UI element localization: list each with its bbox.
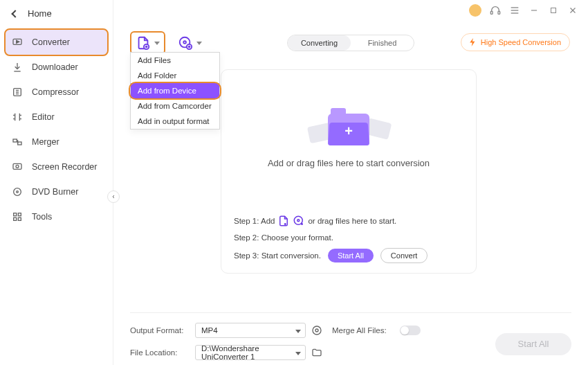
nav-list: Converter Downloader Compressor Editor M…: [0, 26, 113, 229]
sidebar-item-editor[interactable]: Editor: [0, 105, 113, 130]
sidebar-item-label: DVD Burner: [32, 187, 78, 197]
sidebar-item-label: Compressor: [32, 87, 79, 97]
svg-rect-18: [14, 213, 17, 216]
steps: Step 1: Add or drag files here to start.…: [234, 212, 463, 263]
back-chevron-icon: [11, 10, 19, 17]
svg-rect-14: [13, 163, 21, 169]
output-format-label: Output Format:: [130, 326, 190, 335]
step-3: Step 3: Start conversion. Start All Conv…: [234, 248, 463, 263]
downloader-icon: [11, 61, 24, 73]
step1-suffix: or drag files here to start.: [308, 217, 396, 225]
svg-rect-20: [14, 217, 17, 220]
sidebar-item-screen-recorder[interactable]: Screen Recorder: [0, 154, 113, 179]
editor-icon: [11, 111, 24, 123]
step-1: Step 1: Add or drag files here to start.: [234, 215, 463, 227]
dropdown-item-add-folder[interactable]: Add Folder: [131, 68, 219, 83]
dropzone-text: Add or drag files here to start conversi…: [268, 158, 430, 168]
sidebar-item-label: Tools: [32, 212, 52, 222]
file-location-select[interactable]: D:\Wondershare UniConverter 1: [195, 345, 306, 360]
settings-format-icon[interactable]: [311, 325, 322, 336]
converter-icon: [11, 36, 24, 48]
svg-rect-13: [18, 142, 21, 145]
svg-point-24: [183, 41, 186, 44]
footer-left: Output Format: MP4 Merge All Files: File…: [130, 323, 428, 360]
open-folder-icon[interactable]: [311, 347, 322, 358]
sidebar-item-merger[interactable]: Merger: [0, 130, 113, 154]
dropzone[interactable]: + Add or drag files here to start conver…: [221, 69, 477, 274]
topbar: Converting Finished High Speed Conversio…: [113, 0, 588, 57]
home-button[interactable]: Home: [0, 0, 113, 26]
svg-marker-10: [17, 40, 19, 43]
sidebar-item-label: Merger: [32, 137, 59, 147]
sidebar-item-downloader[interactable]: Downloader: [0, 55, 113, 80]
tab-converting[interactable]: Converting: [288, 35, 351, 51]
add-disc-mini-icon[interactable]: [293, 215, 305, 227]
step3-text: Step 3: Start conversion.: [234, 251, 321, 260]
main-area: Converting Finished High Speed Conversio…: [113, 0, 588, 365]
step1-prefix: Step 1: Add: [234, 217, 275, 225]
start-all-small-button[interactable]: Start All: [328, 249, 374, 262]
dropdown-item-add-files[interactable]: Add Files: [131, 53, 219, 68]
folder-icon: +: [328, 114, 369, 145]
dropdown-item-add-from-camcorder[interactable]: Add from Camcorder: [131, 98, 219, 114]
high-speed-label: High Speed Conversion: [481, 38, 561, 46]
svg-point-17: [17, 191, 19, 193]
add-files-dropdown-button[interactable]: [130, 31, 165, 55]
footer: Output Format: MP4 Merge All Files: File…: [130, 312, 571, 365]
status-segmented-control: Converting Finished: [287, 35, 414, 51]
dvd-burner-icon: [11, 186, 24, 198]
svg-point-28: [315, 329, 318, 332]
sidebar-item-dvd-burner[interactable]: DVD Burner: [0, 179, 113, 204]
dropzone-illustration: + Add or drag files here to start conver…: [234, 70, 463, 212]
svg-point-29: [313, 326, 321, 335]
output-format-select[interactable]: MP4: [195, 323, 306, 338]
screen-recorder-icon: [11, 161, 24, 173]
step-2: Step 2: Choose your format.: [234, 233, 463, 242]
convert-small-button[interactable]: Convert: [380, 248, 428, 263]
sidebar-item-compressor[interactable]: Compressor: [0, 80, 113, 105]
sidebar-item-converter[interactable]: Converter: [6, 30, 107, 55]
sidebar-item-label: Converter: [32, 37, 70, 47]
svg-point-27: [297, 220, 300, 222]
svg-rect-19: [18, 213, 21, 216]
sidebar-item-label: Screen Recorder: [32, 162, 98, 172]
start-all-button[interactable]: Start All: [495, 333, 571, 355]
svg-rect-21: [18, 217, 21, 220]
compressor-icon: [11, 86, 24, 98]
high-speed-conversion-chip[interactable]: High Speed Conversion: [461, 33, 570, 51]
sidebar-item-label: Editor: [32, 112, 55, 122]
sidebar-item-label: Downloader: [32, 62, 78, 72]
tools-icon: [11, 211, 24, 223]
add-disc-dropdown-button[interactable]: [176, 33, 203, 53]
sidebar-item-tools[interactable]: Tools: [0, 204, 113, 229]
add-dropdown-menu: Add Files Add Folder Add from Device Add…: [130, 52, 220, 130]
merge-toggle[interactable]: [400, 326, 421, 335]
home-label: Home: [28, 8, 52, 19]
add-file-mini-icon[interactable]: [277, 215, 290, 227]
file-location-label: File Location:: [130, 348, 190, 357]
add-buttons-group: [130, 31, 203, 55]
svg-rect-12: [13, 139, 17, 142]
add-disc-icon: [178, 35, 193, 51]
svg-point-26: [295, 216, 303, 224]
add-file-icon: [136, 35, 151, 51]
svg-point-15: [16, 165, 19, 168]
dropdown-item-add-from-device[interactable]: Add from Device: [131, 83, 219, 98]
dropdown-item-add-in-output-format[interactable]: Add in output format: [131, 114, 219, 129]
sidebar: Home Converter Downloader Compressor Edi…: [0, 0, 113, 365]
svg-point-16: [14, 188, 21, 196]
tab-finished[interactable]: Finished: [351, 35, 414, 51]
merger-icon: [11, 136, 24, 148]
merge-label: Merge All Files:: [332, 326, 394, 335]
